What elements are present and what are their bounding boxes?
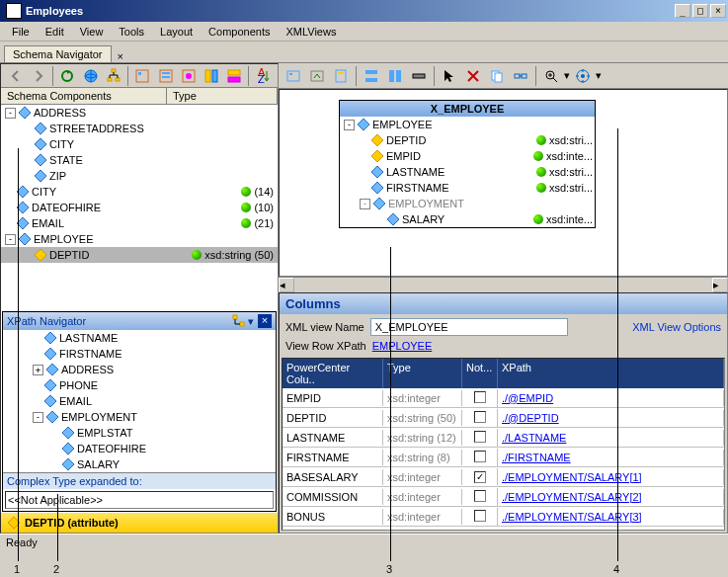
rtool-link[interactable]: [510, 65, 531, 87]
cell-not[interactable]: ✓: [462, 468, 498, 485]
xpath-close-button[interactable]: ×: [258, 314, 272, 328]
view4-button[interactable]: [201, 65, 221, 87]
close-button[interactable]: ×: [710, 4, 726, 18]
diagram-box[interactable]: X_EMPLOYEE -EMPLOYEEDEPTIDxsd:stri...EMP…: [339, 100, 596, 228]
view3-button[interactable]: [178, 65, 199, 87]
rtool-zoom-dropdown-icon[interactable]: ▾: [564, 69, 570, 82]
view1-button[interactable]: [132, 65, 153, 87]
expand-icon[interactable]: -: [5, 234, 16, 245]
refresh-button[interactable]: [57, 65, 78, 87]
rtool-2[interactable]: [306, 65, 328, 87]
checkbox[interactable]: [474, 391, 486, 403]
expand-icon[interactable]: +: [33, 365, 43, 375]
rtool-pointer[interactable]: [439, 65, 460, 87]
rtool-1[interactable]: [283, 65, 304, 87]
rtool-zoom[interactable]: [540, 65, 562, 87]
xpath-tree-row[interactable]: DATEOFHIRE: [3, 441, 276, 456]
rtool-delete[interactable]: [462, 65, 484, 87]
diagram-row[interactable]: -EMPLOYEE: [340, 117, 595, 132]
tree-row[interactable]: DEPTIDxsd:string (50): [1, 247, 278, 263]
cell-not[interactable]: [462, 449, 498, 466]
tree-row[interactable]: DATEOFHIRE (10): [1, 200, 278, 215]
grid-row[interactable]: FIRSTNAMExsd:string (8)./FIRSTNAME: [283, 448, 724, 467]
rtool-3[interactable]: [330, 65, 352, 87]
expand-icon[interactable]: -: [33, 412, 43, 423]
checkbox[interactable]: [474, 451, 486, 462]
tree-row[interactable]: CITY: [1, 136, 278, 152]
scroll-left-button[interactable]: ◂: [279, 278, 294, 292]
menu-xmlviews[interactable]: XMLViews: [278, 24, 344, 40]
cell-not[interactable]: [462, 389, 498, 407]
grid-row[interactable]: EMPIDxsd:integer./@EMPID: [283, 388, 724, 408]
schema-tree[interactable]: -ADDRESSSTREETADDRESSCITYSTATEZIPCITY (1…: [1, 105, 278, 310]
view5-button[interactable]: [223, 65, 244, 87]
minimize-button[interactable]: _: [675, 4, 690, 18]
cell-not[interactable]: [462, 508, 498, 526]
columns-grid[interactable]: PowerCenter Colu.. Type Not... XPath EMP…: [282, 358, 725, 531]
rtool-5[interactable]: [384, 65, 406, 87]
xpath-tree-row[interactable]: -EMPLOYMENT: [3, 409, 276, 425]
tree-row[interactable]: CITY (14): [1, 184, 278, 200]
diagram-row[interactable]: FIRSTNAMExsd:stri...: [340, 180, 595, 196]
checkbox[interactable]: [474, 411, 486, 423]
grid-header-xpath[interactable]: XPath: [498, 359, 724, 388]
expand-icon[interactable]: -: [344, 120, 355, 130]
tree-button[interactable]: [103, 65, 123, 87]
view-row-xpath-link[interactable]: EMPLOYEE: [372, 340, 433, 352]
expand-icon[interactable]: -: [360, 199, 370, 209]
xpath-tree[interactable]: LASTNAMEFIRSTNAME+ADDRESSPHONEEMAIL-EMPL…: [3, 330, 276, 472]
xml-view-options-link[interactable]: XML View Options: [632, 321, 721, 333]
tree-row[interactable]: -EMPLOYEE: [1, 231, 278, 247]
xpath-tree-icon[interactable]: [232, 314, 246, 328]
menu-view[interactable]: View: [72, 24, 112, 40]
checkbox[interactable]: [474, 490, 486, 502]
header-type[interactable]: Type: [167, 88, 278, 104]
diagram-row[interactable]: DEPTIDxsd:stri...: [340, 132, 595, 148]
menu-file[interactable]: File: [4, 24, 38, 40]
view2-button[interactable]: [155, 65, 176, 87]
scroll-right-button[interactable]: ▸: [712, 278, 728, 292]
xpath-dropdown-icon[interactable]: ▾: [248, 315, 254, 328]
grid-row[interactable]: DEPTIDxsd:string (50)./@DEPTID: [283, 408, 724, 428]
tree-row[interactable]: ZIP: [1, 168, 278, 184]
xpath-tree-row[interactable]: +ADDRESS: [3, 362, 276, 377]
tab-schema-navigator[interactable]: Schema Navigator: [4, 45, 112, 62]
rtool-target-dropdown-icon[interactable]: ▾: [596, 69, 602, 82]
diagram-row[interactable]: -EMPLOYMENT: [340, 196, 595, 211]
diagram-row[interactable]: EMPIDxsd:inte...: [340, 148, 595, 164]
nav-back-button[interactable]: [5, 65, 26, 87]
grid-row[interactable]: BONUSxsd:integer./EMPLOYMENT/SALARY[3]: [283, 507, 724, 527]
diagram-scrollbar[interactable]: ◂ ▸: [279, 277, 728, 292]
menu-edit[interactable]: Edit: [38, 24, 72, 40]
checkbox[interactable]: ✓: [474, 471, 486, 483]
grid-row[interactable]: LASTNAMExsd:string (12)./LASTNAME: [283, 428, 724, 448]
globe-button[interactable]: [80, 65, 101, 87]
nav-forward-button[interactable]: [28, 65, 48, 87]
cell-xpath[interactable]: ./LASTNAME: [498, 430, 724, 446]
menu-layout[interactable]: Layout: [152, 24, 201, 40]
checkbox[interactable]: [474, 431, 486, 443]
cell-xpath[interactable]: ./@EMPID: [498, 390, 724, 406]
tree-row[interactable]: STREETADDRESS: [1, 121, 278, 136]
cell-xpath[interactable]: ./EMPLOYMENT/SALARY[3]: [498, 509, 724, 525]
tab-close-icon[interactable]: ×: [114, 50, 127, 62]
diagram-area[interactable]: X_EMPLOYEE -EMPLOYEEDEPTIDxsd:stri...EMP…: [279, 89, 728, 277]
cell-not[interactable]: [462, 488, 498, 506]
cell-not[interactable]: [462, 429, 498, 447]
maximize-button[interactable]: □: [692, 4, 708, 18]
tree-row[interactable]: STATE: [1, 152, 278, 168]
xpath-tree-row[interactable]: EMPLSTAT: [3, 425, 276, 441]
cell-xpath[interactable]: ./EMPLOYMENT/SALARY[2]: [498, 489, 724, 505]
header-schema-components[interactable]: Schema Components: [1, 88, 167, 104]
cell-xpath[interactable]: ./@DEPTID: [498, 410, 724, 426]
xmlview-name-input[interactable]: [370, 318, 568, 336]
xpath-tree-row[interactable]: EMAIL: [3, 393, 276, 409]
diagram-row[interactable]: SALARYxsd:inte...: [340, 211, 595, 227]
tree-row[interactable]: EMAIL (21): [1, 215, 278, 231]
cell-xpath[interactable]: ./FIRSTNAME: [498, 450, 724, 465]
checkbox[interactable]: [474, 510, 486, 522]
grid-header-type[interactable]: Type: [383, 359, 462, 388]
menu-tools[interactable]: Tools: [111, 24, 152, 40]
xpath-tree-row[interactable]: PHONE: [3, 377, 276, 393]
rtool-target[interactable]: [572, 65, 594, 87]
